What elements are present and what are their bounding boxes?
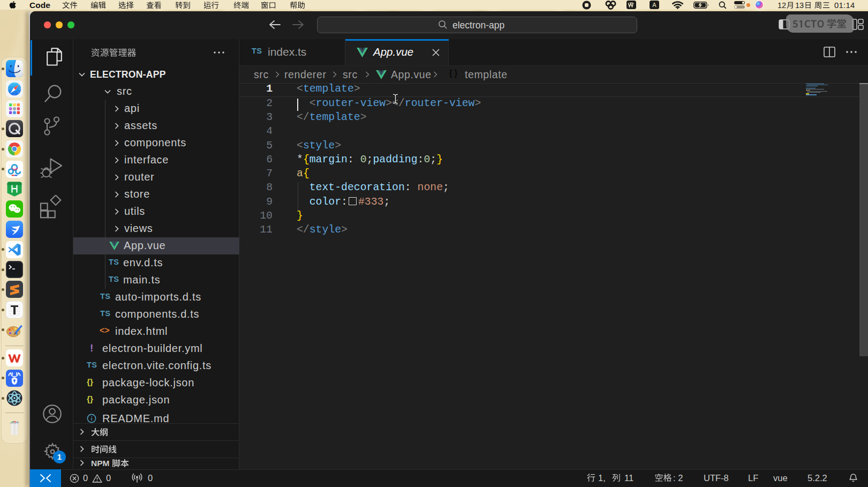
svg-text:A: A <box>652 2 656 8</box>
